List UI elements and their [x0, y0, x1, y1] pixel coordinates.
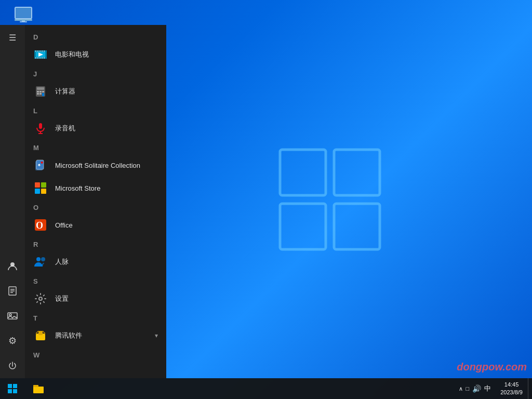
svg-rect-25	[44, 50, 45, 52]
svg-rect-56	[8, 384, 12, 388]
svg-rect-3	[334, 204, 380, 249]
sidebar-document-icon[interactable]	[0, 278, 25, 303]
app-item-office[interactable]: O Office	[25, 214, 166, 236]
hamburger-menu-button[interactable]: ☰	[0, 25, 25, 50]
svg-rect-29	[42, 57, 43, 59]
svg-text:O: O	[36, 220, 43, 231]
taskbar-datetime[interactable]: 14:45 2023/8/9	[495, 381, 528, 397]
svg-text:♥: ♥	[41, 160, 43, 165]
app-item-calc[interactable]: 计算器	[25, 80, 166, 103]
section-letter-m: M	[25, 142, 166, 154]
svg-rect-60	[33, 387, 44, 393]
desktop: 此电脑 ☰	[0, 0, 532, 399]
this-pc-icon	[13, 5, 34, 26]
settings-icon	[33, 291, 48, 306]
watermark-text: dongpow.com	[457, 361, 527, 373]
sidebar-power-icon[interactable]	[0, 353, 25, 378]
app-name-solitaire: Microsoft Solitaire Collection	[55, 162, 140, 169]
taskbar-time: 14:45	[500, 381, 523, 389]
svg-point-49	[36, 257, 41, 261]
section-letter-j: J	[25, 68, 166, 80]
svg-rect-26	[35, 57, 36, 59]
start-sidebar: ☰	[0, 25, 25, 378]
section-letter-w: W	[25, 349, 166, 361]
svg-rect-8	[15, 19, 32, 21]
taskbar-date: 2023/8/9	[500, 389, 523, 396]
section-letter-s: S	[25, 275, 166, 287]
svg-rect-30	[44, 57, 45, 59]
svg-line-54	[36, 331, 38, 334]
taskbar-tray-icons: ∧ □ 🔊 中	[455, 384, 496, 393]
taskbar-right-area: ∧ □ 🔊 中 14:45 2023/8/9	[455, 378, 532, 399]
section-letter-l: L	[25, 105, 166, 117]
svg-rect-7	[20, 21, 27, 22]
store-icon	[33, 181, 48, 195]
tray-volume-icon[interactable]: 🔊	[472, 384, 481, 393]
svg-rect-61	[33, 385, 38, 387]
svg-rect-5	[16, 8, 31, 18]
svg-rect-58	[8, 389, 12, 393]
tray-expand-icon[interactable]: ∧	[459, 385, 463, 392]
svg-rect-34	[37, 91, 39, 92]
office-icon: O	[33, 218, 48, 232]
svg-rect-2	[280, 204, 326, 249]
svg-rect-21	[35, 50, 36, 52]
svg-rect-38	[39, 93, 42, 95]
app-item-recorder[interactable]: 录音机	[25, 117, 166, 140]
svg-rect-40	[39, 123, 42, 129]
sidebar-user-icon[interactable]	[0, 254, 25, 278]
sidebar-settings-icon[interactable]: ⚙	[0, 328, 25, 353]
svg-point-50	[41, 257, 45, 261]
show-desktop-button[interactable]	[528, 378, 532, 399]
svg-rect-36	[42, 91, 44, 92]
app-list: D	[25, 25, 166, 378]
sidebar-bottom-icons: ⚙	[0, 254, 25, 378]
svg-line-55	[43, 331, 45, 334]
app-item-people[interactable]: 人脉	[25, 250, 166, 273]
mic-icon	[33, 121, 48, 136]
tencent-icon	[33, 328, 48, 343]
app-name-people: 人脉	[55, 257, 69, 267]
app-item-film[interactable]: 电影和电视	[25, 43, 166, 66]
solitaire-icon: ♠ ♥	[33, 158, 48, 172]
svg-rect-33	[37, 87, 44, 90]
app-item-solitaire[interactable]: ♠ ♥ Microsoft Solitaire Collection	[25, 154, 166, 177]
svg-rect-57	[13, 384, 17, 388]
tray-network-icon[interactable]: □	[466, 385, 470, 392]
start-menu: ☰	[0, 25, 166, 378]
app-name-store: Microsoft Store	[55, 184, 100, 192]
windows-logo-desktop	[278, 148, 382, 251]
tray-ime-icon[interactable]: 中	[484, 384, 491, 393]
taskbar: ∧ □ 🔊 中 14:45 2023/8/9	[0, 378, 532, 399]
app-name-film: 电影和电视	[55, 50, 89, 59]
tencent-expand-arrow[interactable]: ▾	[155, 332, 158, 339]
taskbar-file-explorer[interactable]	[27, 378, 50, 399]
svg-rect-39	[42, 93, 44, 96]
svg-rect-23	[39, 50, 41, 52]
svg-point-51	[39, 297, 42, 300]
sidebar-photos-icon[interactable]	[0, 303, 25, 328]
calc-icon	[33, 84, 48, 99]
svg-rect-59	[13, 389, 17, 393]
section-letter-o: O	[25, 202, 166, 214]
app-item-store[interactable]: Microsoft Store	[25, 177, 166, 200]
section-letter-t: T	[25, 312, 166, 324]
svg-rect-0	[280, 150, 326, 195]
start-button[interactable]	[0, 378, 25, 399]
svg-rect-53	[38, 331, 43, 335]
svg-rect-20	[45, 50, 47, 59]
app-item-tencent[interactable]: 腾讯软件 ▾	[25, 324, 166, 347]
app-item-settings[interactable]: 设置	[25, 287, 166, 310]
svg-rect-28	[39, 57, 41, 59]
section-letter-r: R	[25, 238, 166, 250]
app-name-settings: 设置	[55, 294, 69, 303]
film-icon	[33, 47, 48, 62]
svg-rect-27	[37, 57, 38, 59]
app-name-tencent: 腾讯软件	[55, 331, 82, 340]
svg-rect-35	[39, 91, 42, 92]
app-name-calc: 计算器	[55, 87, 75, 96]
taskbar-pinned-apps	[27, 378, 50, 399]
people-icon	[33, 255, 48, 269]
svg-rect-24	[42, 50, 43, 52]
section-letter-d: D	[25, 31, 166, 43]
